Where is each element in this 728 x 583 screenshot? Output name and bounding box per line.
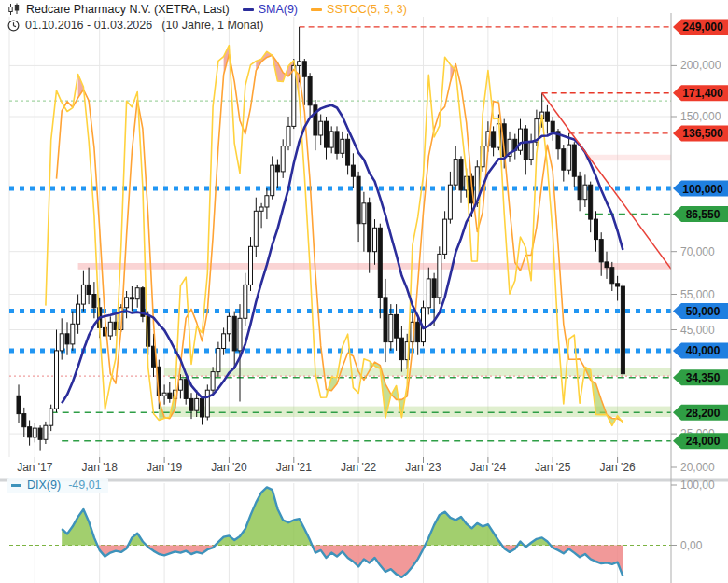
dix-y-tick-label: 0,00	[680, 539, 703, 552]
dix-legend-dash	[11, 484, 21, 487]
price-badge-label: 249,000	[682, 21, 723, 34]
candle-up	[373, 228, 377, 251]
candle-down	[368, 203, 371, 252]
dix-indicator-label[interactable]: DIX(9)	[27, 479, 61, 492]
candle-down	[17, 396, 21, 413]
x-tick-label: Jan '24	[470, 461, 507, 474]
candle-up	[298, 62, 301, 66]
sstoc-legend-label[interactable]: SSTOC(5, 5, 3)	[327, 3, 407, 16]
candle-down	[38, 428, 42, 439]
candle-down	[184, 380, 188, 399]
candle-down	[87, 285, 91, 294]
price-badge-label: 40,000	[686, 344, 721, 357]
period-label: (10 Jahre, 1 Monat)	[161, 19, 263, 32]
candle-up	[195, 398, 199, 410]
price-chart-canvas[interactable]: Jan '17Jan '18Jan '19Jan '20Jan '21Jan '…	[0, 0, 728, 583]
candle-up	[211, 372, 215, 391]
dix-negative-fill	[551, 546, 623, 576]
dix-plot[interactable]	[9, 487, 671, 577]
candle-down	[572, 145, 576, 176]
candle-up	[389, 314, 393, 341]
x-tick-label: Jan '26	[599, 461, 636, 474]
dix-y-tick-label: 100,00	[680, 479, 715, 492]
x-tick-label: Jan '19	[147, 461, 183, 474]
candle-down	[562, 149, 566, 171]
main-plot[interactable]	[9, 27, 671, 451]
candle-up	[259, 207, 263, 211]
candle-down	[92, 295, 96, 308]
candle-up	[222, 334, 226, 349]
candle-up	[135, 288, 139, 299]
y-tick-label: 150,000	[680, 110, 721, 123]
candle-up	[33, 428, 36, 437]
candle-down	[335, 132, 339, 153]
candle-up	[49, 409, 53, 425]
candle-down	[22, 414, 26, 427]
candle-down	[325, 121, 329, 147]
dix-line	[62, 487, 623, 577]
x-tick-label: Jan '20	[211, 461, 247, 474]
price-badge-label: 50,000	[686, 305, 721, 318]
candle-down	[232, 316, 236, 351]
candle-down	[432, 279, 436, 298]
candle-up	[217, 349, 220, 372]
candle-down	[578, 176, 581, 200]
candlestick-chart-icon	[7, 3, 21, 16]
candle-up	[44, 425, 48, 439]
candle-up	[319, 121, 323, 135]
candle-down	[599, 240, 603, 262]
price-badge-label: 100,000	[682, 183, 723, 196]
sma-legend-dash	[243, 8, 254, 11]
candle-up	[244, 285, 247, 318]
price-zone-band	[159, 407, 671, 417]
candle-down	[545, 112, 549, 121]
candle-down	[395, 314, 399, 338]
price-badge-label: 28,200	[686, 407, 721, 420]
y-tick-label: 45,000	[680, 324, 715, 337]
candle-up	[108, 322, 112, 336]
candle-down	[595, 219, 598, 240]
candle-up	[271, 165, 274, 196]
candle-down	[168, 393, 172, 398]
price-badge-label: 171,400	[682, 87, 723, 100]
candle-up	[281, 146, 285, 172]
candle-down	[189, 398, 193, 410]
candle-down	[275, 165, 279, 172]
candle-up	[287, 126, 290, 146]
x-axis: Jan '17Jan '18Jan '19Jan '20Jan '21Jan '…	[17, 457, 636, 474]
price-badge-label: 86,550	[686, 208, 721, 221]
candle-up	[567, 145, 571, 170]
candle-up	[443, 219, 447, 254]
candle-down	[346, 139, 350, 165]
clock-icon	[7, 20, 20, 32]
candle-down	[302, 62, 306, 76]
candle-up	[427, 279, 430, 308]
candle-up	[77, 304, 80, 324]
candle-down	[492, 132, 496, 147]
candle-down	[524, 129, 527, 160]
price-badge-label: 24,000	[686, 435, 721, 448]
candle-up	[519, 129, 523, 150]
candle-down	[610, 268, 614, 284]
sstoc-d-line	[57, 54, 623, 422]
sstoc-extreme-fill	[327, 377, 338, 397]
candle-up	[438, 254, 441, 298]
date-range-label[interactable]: 01.10.2016 - 01.03.2026	[25, 19, 152, 32]
candle-up	[454, 160, 457, 186]
candle-up	[329, 132, 333, 147]
x-tick-label: Jan '21	[276, 461, 313, 474]
candle-up	[341, 139, 344, 153]
x-tick-label: Jan '18	[82, 461, 119, 474]
candle-up	[125, 298, 129, 308]
candle-down	[551, 121, 554, 132]
sma-legend-label[interactable]: SMA(9)	[259, 3, 298, 16]
y-tick-label: 55,000	[680, 288, 715, 301]
price-badge-label: 136,500	[682, 127, 723, 140]
candle-down	[308, 76, 312, 105]
chart-header: Redcare Pharmacy N.V. (XETRA, Last) SMA(…	[7, 3, 407, 16]
candle-up	[249, 246, 253, 285]
candle-down	[605, 262, 609, 268]
dix-legend: DIX(9) -49,01	[7, 478, 108, 493]
candle-up	[448, 185, 452, 219]
candle-down	[589, 185, 593, 219]
